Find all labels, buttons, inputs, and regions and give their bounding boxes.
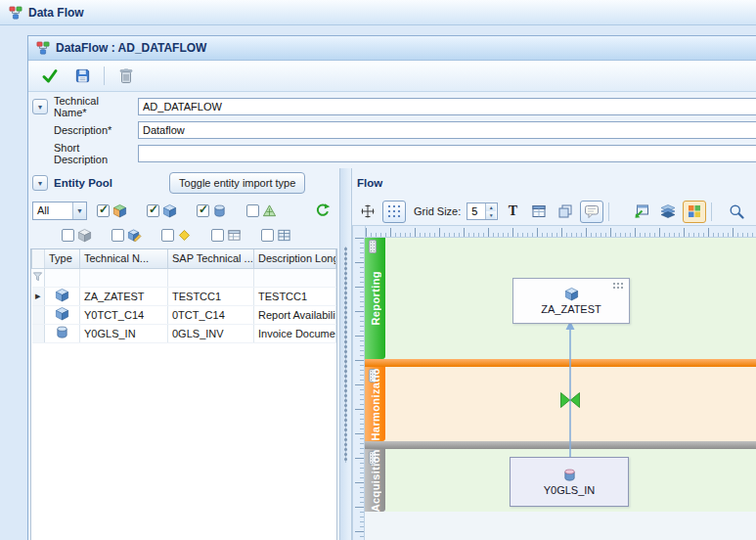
collapse-entity-pool-button[interactable] xyxy=(32,175,48,191)
technical-name-input[interactable] xyxy=(138,98,756,115)
column-header-description-long[interactable]: Description Long xyxy=(254,249,336,268)
horizontal-ruler xyxy=(365,225,756,238)
copy-stack-button[interactable] xyxy=(554,201,577,223)
refresh-button[interactable] xyxy=(312,200,334,221)
cell-description-long[interactable]: Report Availabilit... xyxy=(254,305,336,324)
infocube-checkbox[interactable] xyxy=(147,204,159,217)
type-filter-value: All xyxy=(33,204,72,216)
short-description-label: Short Description xyxy=(54,142,138,165)
grid-size-input[interactable] xyxy=(467,203,485,219)
column-header-technical-name[interactable]: Technical N... xyxy=(80,249,168,268)
technical-name-label: Technical Name* xyxy=(54,95,138,118)
flow-header: Flow xyxy=(352,168,756,198)
flow-panel: Flow Grid Size: xyxy=(352,168,756,540)
speech-bubble-icon xyxy=(584,203,600,219)
entity-table-filter-row[interactable] xyxy=(32,268,336,287)
aggregation-level-icon xyxy=(262,203,277,218)
table-row[interactable]: Y0GLS_IN 0GLS_INV Invoice Documents xyxy=(32,324,336,342)
flow-canvas[interactable]: Reporting Harmonizatio xyxy=(365,238,756,540)
spinner-down-button[interactable] xyxy=(486,211,496,219)
cell-description-long[interactable]: Invoice Documents xyxy=(254,324,336,342)
table-window-button[interactable] xyxy=(527,201,551,223)
entity-pool-panel: Entity Pool Toggle entity import type Al… xyxy=(28,168,339,540)
cell-sap-technical-name[interactable]: 0TCT_C14 xyxy=(168,305,254,324)
filter-cell[interactable] xyxy=(45,268,80,287)
workspace: DataFlow : AD_DATAFLOW xyxy=(0,25,756,540)
move-tool-button[interactable] xyxy=(356,201,379,223)
dataflow-panel: DataFlow : AD_DATAFLOW xyxy=(27,35,756,540)
type-filter-dropdown[interactable]: All xyxy=(32,202,87,220)
toolbar-separator xyxy=(608,202,609,221)
description-input[interactable] xyxy=(138,121,756,139)
content-split: Entity Pool Toggle entity import type Al… xyxy=(28,168,756,540)
copy-stack-icon xyxy=(557,203,573,219)
color-grid-icon xyxy=(687,203,702,219)
cell-technical-name[interactable]: Y0GLS_IN xyxy=(80,324,168,342)
toggle-entity-import-type-button[interactable]: Toggle entity import type xyxy=(169,172,305,194)
row-indicator-header xyxy=(32,249,45,268)
text-tool-button[interactable]: T xyxy=(501,201,524,223)
dataset-checkbox[interactable] xyxy=(261,229,274,242)
panel-header: DataFlow : AD_DATAFLOW xyxy=(28,36,756,61)
virtual-provider-checkbox[interactable] xyxy=(62,229,74,242)
comment-tool-button[interactable] xyxy=(580,201,603,223)
filter-cell[interactable] xyxy=(168,268,254,287)
cell-sap-technical-name[interactable]: 0GLS_INV xyxy=(168,324,254,342)
node-label: Y0GLS_IN xyxy=(544,484,596,496)
spinner-up-button[interactable] xyxy=(486,203,496,211)
delete-button[interactable] xyxy=(113,65,139,88)
ruler-row xyxy=(352,225,756,238)
zoom-button[interactable] xyxy=(725,201,748,223)
layers-button[interactable] xyxy=(656,201,680,223)
infocube-icon xyxy=(564,287,579,301)
cell-technical-name[interactable]: Y0TCT_C14 xyxy=(80,305,168,324)
color-grid-button[interactable] xyxy=(683,201,706,223)
node-za-zatest[interactable]: ZA_ZATEST xyxy=(512,278,630,324)
short-description-input[interactable] xyxy=(138,145,756,162)
cell-description-long[interactable]: TESTCC1 xyxy=(254,287,336,305)
toolbar-separator xyxy=(104,67,105,85)
filter-cell[interactable] xyxy=(254,268,336,287)
multiprovider-checkbox[interactable] xyxy=(97,204,110,217)
window-titlebar: Data Flow xyxy=(0,0,756,25)
table-row[interactable]: Y0TCT_C14 0TCT_C14 Report Availabilit... xyxy=(32,305,336,324)
form-row-technical-name: Technical Name* xyxy=(32,96,756,117)
planning-provider-icon xyxy=(127,228,142,243)
filter-cell[interactable] xyxy=(80,268,168,287)
import-window-button[interactable] xyxy=(630,201,653,223)
form-row-description: Description* xyxy=(32,119,756,141)
column-header-sap-technical-name[interactable]: SAP Technical ... xyxy=(168,249,254,268)
grid-size-label: Grid Size: xyxy=(414,205,461,217)
infoobject-icon xyxy=(177,228,192,243)
column-header-type[interactable]: Type xyxy=(45,249,80,268)
selected-row-indicator xyxy=(32,287,45,305)
entity-table: Type Technical N... SAP Technical ... De… xyxy=(30,248,337,540)
snap-grid-button[interactable] xyxy=(382,201,406,223)
datasource-icon xyxy=(562,468,577,482)
ruler-corner xyxy=(352,225,365,238)
dataflow-icon xyxy=(9,6,22,20)
infocube-icon xyxy=(55,306,69,321)
panel-splitter[interactable] xyxy=(339,168,352,540)
node-y0gls-in[interactable]: Y0GLS_IN xyxy=(510,457,629,507)
infoobject-checkbox[interactable] xyxy=(161,229,174,242)
table-window-icon xyxy=(531,203,547,219)
datastore-object-icon xyxy=(212,203,227,218)
grid-dots-icon xyxy=(386,203,402,219)
cell-sap-technical-name[interactable]: TESTCC1 xyxy=(168,287,254,305)
datastore-checkbox[interactable] xyxy=(197,204,209,217)
node-dots-icon xyxy=(612,282,625,291)
validate-button[interactable] xyxy=(37,65,63,88)
aggregation-level-checkbox[interactable] xyxy=(246,204,259,217)
planning-provider-checkbox[interactable] xyxy=(111,229,124,242)
window-title: Data Flow xyxy=(28,6,84,20)
open-ods-checkbox[interactable] xyxy=(211,229,224,242)
collapse-form-button[interactable] xyxy=(32,99,48,114)
row-indicator xyxy=(32,305,45,324)
infocube-icon xyxy=(55,288,69,302)
text-tool-icon: T xyxy=(509,203,517,219)
cell-technical-name[interactable]: ZA_ZATEST xyxy=(80,287,168,305)
table-row[interactable]: ZA_ZATEST TESTCC1 TESTCC1 xyxy=(32,287,336,305)
save-button[interactable] xyxy=(69,65,95,88)
panel-title: DataFlow : AD_DATAFLOW xyxy=(56,41,206,55)
